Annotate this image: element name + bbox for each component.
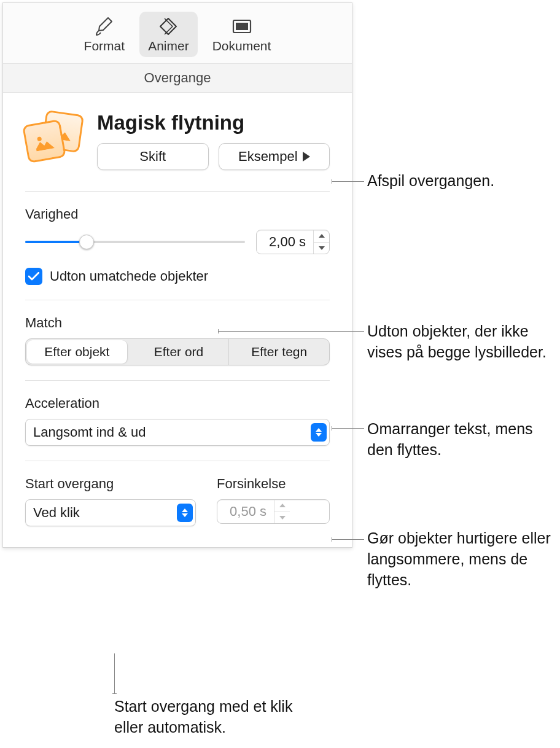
duration-stepper[interactable] — [313, 230, 329, 254]
match-label: Match — [25, 315, 330, 331]
delay-stepper[interactable] — [274, 500, 290, 523]
callout-accel: Gør objekter hurtigere eller langsommere… — [367, 528, 551, 590]
match-option-word[interactable]: Efter ord — [129, 339, 230, 365]
tab-document[interactable]: Dokument — [204, 12, 280, 57]
check-icon — [28, 272, 39, 281]
transition-thumb — [25, 111, 84, 169]
animate-icon — [157, 15, 179, 37]
svg-point-3 — [37, 136, 42, 141]
popup-arrows-icon — [177, 504, 193, 522]
inspector-panel: Format Animer Dokument Overgange Magisk … — [2, 2, 352, 548]
duration-label: Varighed — [25, 206, 330, 222]
change-button[interactable]: Skift — [97, 143, 209, 170]
stepper-down[interactable] — [274, 512, 290, 524]
callout-start: Start overgang med et klik eller automat… — [114, 696, 298, 738]
stepper-up[interactable] — [314, 230, 329, 243]
paintbrush-icon — [93, 15, 115, 37]
delay-label: Forsinkelse — [217, 476, 330, 492]
fade-checkbox[interactable] — [25, 268, 42, 285]
stepper-down[interactable] — [314, 243, 329, 254]
callout-fade: Udton objekter, der ikke vises på begge … — [367, 321, 551, 363]
match-segmented[interactable]: Efter objekt Efter ord Efter tegn — [25, 338, 330, 365]
slider-knob[interactable] — [79, 235, 94, 249]
inspector-toolbar: Format Animer Dokument — [3, 3, 352, 64]
section-title: Overgange — [3, 64, 352, 93]
duration-value: 2,00 s — [257, 230, 313, 254]
fade-label: Udton umatchede objekter — [50, 268, 208, 284]
duration-field[interactable]: 2,00 s — [256, 230, 330, 254]
acceleration-label: Acceleration — [25, 395, 330, 411]
tab-format[interactable]: Format — [76, 12, 134, 57]
preview-button-label: Eksempel — [238, 149, 298, 165]
match-option-char[interactable]: Efter tegn — [229, 339, 329, 365]
svg-rect-1 — [236, 23, 248, 30]
delay-field[interactable]: 0,50 s — [217, 499, 330, 524]
start-value: Ved klik — [33, 505, 80, 521]
document-icon — [231, 15, 253, 37]
acceleration-popup[interactable]: Langsomt ind & ud — [25, 419, 330, 446]
start-popup[interactable]: Ved klik — [25, 499, 196, 526]
tab-animate[interactable]: Animer — [139, 12, 198, 57]
start-label: Start overgang — [25, 476, 196, 492]
acceleration-value: Langsomt ind & ud — [33, 424, 146, 440]
transition-name: Magisk flytning — [97, 111, 330, 134]
tab-format-label: Format — [84, 39, 125, 53]
duration-slider[interactable] — [25, 233, 245, 251]
play-icon — [303, 152, 310, 162]
change-button-label: Skift — [139, 149, 166, 165]
callout-match: Omarranger tekst, mens den flyttes. — [367, 419, 551, 461]
preview-button[interactable]: Eksempel — [219, 143, 330, 170]
callout-preview: Afspil overgangen. — [367, 171, 494, 192]
stepper-up[interactable] — [274, 500, 290, 512]
tab-document-label: Dokument — [212, 39, 271, 53]
popup-arrows-icon — [311, 423, 327, 442]
tab-animate-label: Animer — [148, 39, 189, 53]
delay-value: 0,50 s — [217, 500, 274, 523]
match-option-object[interactable]: Efter objekt — [27, 340, 128, 364]
